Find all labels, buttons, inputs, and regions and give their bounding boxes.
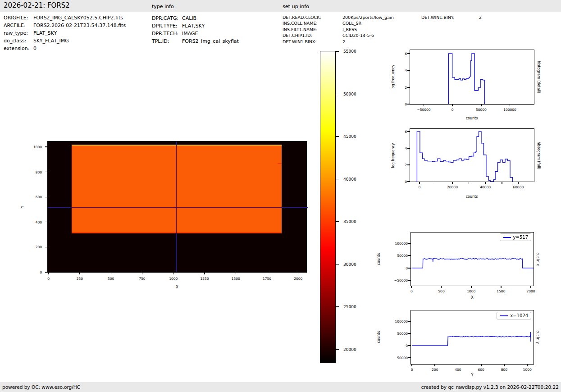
footer-powered-by: powered by QC: www.eso.org/HC [2,382,80,392]
x-tick-label: 1250 [200,277,209,281]
info-row: DET.WIN1.BINX:2 [283,39,394,45]
colorbar-tick-label: 50000 [343,92,356,96]
legend-line-sample [500,315,508,316]
colorbar-tick [336,221,339,222]
info-row: raw_type:FLAT_SKY [4,29,126,37]
info-row: DPR.CATG:CALIB [152,14,239,22]
colorbar-tick-label: 20000 [343,347,356,352]
x-tick [452,104,453,106]
x-tick-label: 2000 [294,277,302,281]
y-tick [408,280,410,281]
section-label-setup-info: set-up info [283,4,309,9]
x-tick-label: 1000 [169,277,178,281]
right-axis-label: cut in y [536,330,540,344]
y-tick-label: 6 [405,129,407,133]
x-tick [452,182,453,184]
legend-line-sample [503,237,511,238]
histogram-full-plot: 02000040000600000246 [410,128,534,182]
x-tick [434,364,435,366]
x-tick [518,182,519,184]
y-tick-label: 50000 [397,254,408,258]
info-row: DET.CHIP1.ID:CCID20-14-5-6 [283,32,394,38]
legend: y=517 [500,233,531,241]
info-row: DET.WIN1.BINY:2 [421,14,482,20]
x-tick [501,286,502,288]
x-tick-label: 1500 [232,277,240,281]
info-label: DPR.TECH: [152,30,182,37]
footer-bar: powered by QC: www.eso.org/HC created by… [0,382,561,392]
x-tick [471,286,472,288]
y-tick-label: 50000 [397,331,408,335]
x-tick-label: 250 [77,277,83,281]
x-tick-label: 1000 [523,368,532,372]
y-tick [407,181,410,182]
colorbar-tick [336,264,339,264]
info-label: DET.READ.CLOCK: [283,14,342,20]
y-tick-label: 0 [405,180,407,184]
x-minor-tick [436,182,437,184]
info-label: INS.FILT1.NAME: [283,27,342,32]
section-label-type-info: type info [152,4,174,9]
x-tick [527,364,528,366]
y-tick-label: 2 [405,85,407,89]
legend-label: x=1024 [510,313,528,318]
x-axis-label: counts [466,116,478,120]
info-value: CCID20-14-5-6 [342,33,374,38]
y-tick [407,87,410,88]
colorbar-tick-label: 45000 [343,134,356,139]
info-value: FORS2_img_cal_skyflat [182,38,239,44]
x-tick [48,272,49,274]
info-row: INS.FILT1.NAME:I_BESS [283,27,394,32]
header-bar: 2026-02-21: FORS2 type info set-up info [0,0,561,12]
legend: x=1024 [497,312,531,319]
y-tick-label: −50000 [394,356,408,360]
x-tick [419,182,420,184]
legend-label: y=517 [513,235,528,240]
x-tick [411,286,412,288]
y-tick [408,268,410,269]
y-tick-label: 0 [40,270,42,274]
info-row: do_class:SKY_FLAT_IMG [4,37,126,45]
info-label: TPL.ID: [152,37,182,45]
info-value: SKY_FLAT_IMG [33,38,69,44]
x-tick-label: 20000 [447,185,458,189]
colorbar-tick-label: 35000 [343,219,356,224]
info-label: raw_type: [4,29,33,37]
x-tick [111,272,111,274]
info-row: DPR.TYPE:FLAT,SKY [152,22,239,30]
info-value: FORS2.2026-02-21T23:54:37.148.fits [33,23,126,28]
y-tick [408,321,410,322]
x-axis-label: Y [471,373,474,377]
right-axis-label: cut in x [536,252,540,266]
x-tick [481,364,482,366]
y-tick [408,333,410,334]
x-tick-label: 0 [47,277,50,281]
cut-in-y-plot: x=1024 02004006008001000−500000500001000… [410,310,534,365]
y-tick-label: 1000 [33,145,42,149]
info-label: ARCFILE: [4,22,33,29]
x-tick [142,272,142,274]
y-axis-label: log frequency [391,143,395,168]
y-tick [408,243,410,244]
info-label: DPR.CATG: [152,14,182,22]
region-top-edge [72,145,282,146]
page-title: 2026-02-21: FORS2 [4,1,70,9]
y-tick-label: 400 [36,220,42,224]
info-value: 200Kps/2ports/low_gain [342,15,394,20]
x-tick-label: 500 [108,277,114,281]
x-tick [411,364,412,366]
info-label: DET.WIN1.BINX: [283,39,342,45]
x-axis-label: X [471,296,473,300]
x-tick-label: 100000 [503,108,516,112]
x-tick-label: 2000 [526,289,535,293]
y-tick-label: 6 [405,51,407,55]
x-tick [173,272,173,274]
data-line-svg [410,50,534,104]
x-tick-label: 500 [438,289,444,293]
y-tick-label: −50000 [394,278,408,283]
y-tick [407,53,410,54]
info-row: ARCFILE:FORS2.2026-02-21T23:54:37.148.fi… [4,22,126,29]
colorbar-tick-label: 40000 [343,177,356,182]
x-tick [481,104,482,106]
x-tick-label: 0 [411,368,413,372]
